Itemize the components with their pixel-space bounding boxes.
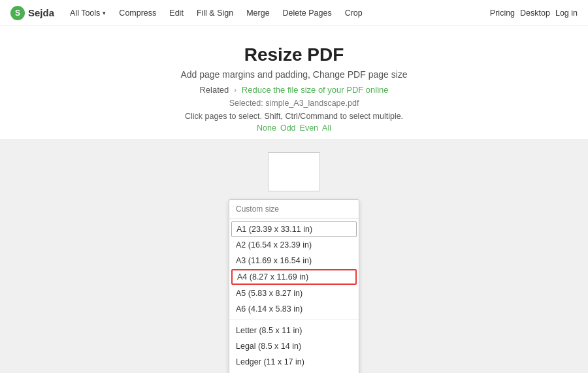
logo-icon: S [10,6,25,20]
nav-links: All Tools ▾ Compress Edit Fill & Sign Me… [65,6,490,20]
dropdown-item-ledger[interactable]: Ledger (11 x 17 in) [229,354,359,370]
dropdown-item-letter[interactable]: Letter (8.5 x 11 in) [229,323,359,338]
nav-link-crop[interactable]: Crop [340,6,368,20]
logo-text: Sejda [28,7,54,18]
nav-right: Pricing Desktop Log in [490,8,578,18]
logo[interactable]: S Sejda [10,6,54,20]
dropdown-item-a1[interactable]: A1 (23.39 x 33.11 in) [231,221,357,237]
page-title: Resize PDF [10,44,578,65]
nav-link-edit[interactable]: Edit [164,6,189,20]
select-none[interactable]: None [257,123,276,133]
select-odd[interactable]: Odd [280,123,296,133]
nav-link-all-tools[interactable]: All Tools ▾ [65,6,111,20]
select-even[interactable]: Even [300,123,319,133]
dropdown-item-a5[interactable]: A5 (5.83 x 8.27 in) [229,285,359,301]
chevron-down-icon: ▾ [103,10,106,16]
hero-related: Related › Reduce the file size of your P… [10,85,578,95]
main-area: Custom size A1 (23.39 x 33.11 in) A2 (16… [0,139,588,373]
pdf-page-preview [268,152,320,191]
select-all[interactable]: All [322,123,331,133]
related-link[interactable]: Reduce the file size of your PDF online [242,85,389,95]
select-links-row: None Odd Even All [10,123,578,133]
dropdown-header: Custom size [229,200,359,219]
navbar: S Sejda All Tools ▾ Compress Edit Fill &… [0,0,588,26]
instruction-text: Click pages to select. Shift, Ctrl/Comma… [10,112,578,121]
related-arrow-icon: › [234,85,237,95]
size-dropdown: Custom size A1 (23.39 x 33.11 in) A2 (16… [229,199,359,373]
hero-section: Resize PDF Add page margins and padding,… [0,26,588,139]
nav-login[interactable]: Log in [555,8,578,18]
dropdown-item-a3[interactable]: A3 (11.69 x 16.54 in) [229,253,359,268]
dropdown-divider [229,319,359,320]
hero-subtitle: Add page margins and padding, Change PDF… [10,69,578,80]
nav-pricing[interactable]: Pricing [490,8,515,18]
logo-letter: S [15,8,20,18]
dropdown-item-a4[interactable]: A4 (8.27 x 11.69 in) [231,269,357,285]
dropdown-item-a2[interactable]: A2 (16.54 x 23.39 in) [229,237,359,253]
selected-file-label: Selected: simple_A3_landscape.pdf [10,99,578,108]
dropdown-item-a6[interactable]: A6 (4.14 x 5.83 in) [229,301,359,317]
nav-link-delete-pages[interactable]: Delete Pages [278,6,337,20]
nav-desktop[interactable]: Desktop [520,8,550,18]
nav-link-merge[interactable]: Merge [241,6,274,20]
nav-link-fill-sign[interactable]: Fill & Sign [191,6,238,20]
dropdown-item-tabloid[interactable]: Tabloid (17 x 11 in) [229,370,359,373]
nav-link-compress[interactable]: Compress [114,6,161,20]
related-label: Related [199,85,229,95]
dropdown-item-legal[interactable]: Legal (8.5 x 14 in) [229,338,359,354]
